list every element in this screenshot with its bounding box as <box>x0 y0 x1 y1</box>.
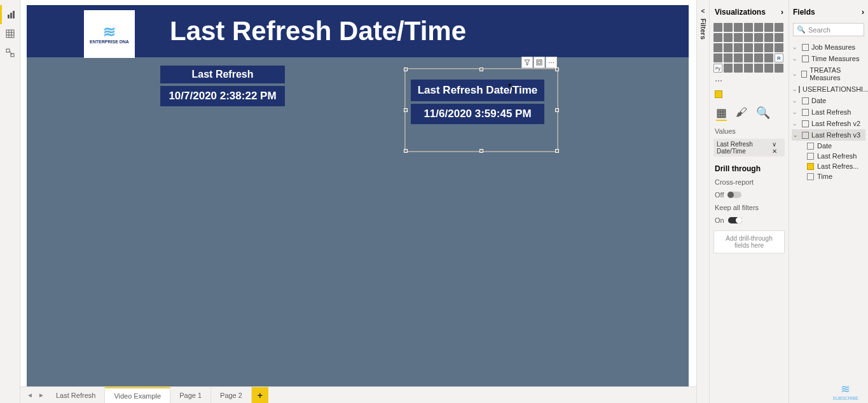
viz-type-icon[interactable] <box>754 33 763 42</box>
dna-icon: ≋ <box>841 382 850 396</box>
viz-type-icon[interactable] <box>724 33 733 42</box>
page-tab[interactable]: Page 2 <box>211 387 252 403</box>
resize-handle[interactable] <box>404 67 408 71</box>
logo-text: ENTERPRISE DNA <box>90 39 129 44</box>
resize-handle[interactable] <box>555 67 559 71</box>
checkbox[interactable] <box>807 143 814 150</box>
viz-type-icon[interactable] <box>754 23 763 32</box>
viz-type-icon[interactable] <box>734 64 743 73</box>
subscribe-badge[interactable]: ≋ SUBSCRIBE <box>833 382 858 400</box>
viz-type-icon[interactable] <box>724 43 733 52</box>
checkbox[interactable] <box>807 163 814 170</box>
format-tab-icon[interactable]: 🖌 <box>736 106 747 121</box>
drill-through-drop[interactable]: Add drill-through fields here <box>713 230 785 253</box>
resize-handle[interactable] <box>479 149 483 153</box>
filters-label: Filters <box>699 18 707 39</box>
card2-header: Last Refresh Date/Time <box>411 80 544 101</box>
viz-type-icon[interactable] <box>754 64 763 73</box>
keep-filters-toggle[interactable]: On <box>715 216 783 224</box>
table-item[interactable]: ⌵Date <box>792 95 865 106</box>
table-item[interactable]: ⌵USERELATIONSHI... <box>792 83 865 95</box>
filters-pane-collapsed[interactable]: < Filters <box>696 0 709 403</box>
viz-type-icon[interactable] <box>754 53 763 62</box>
data-view-icon[interactable] <box>0 24 20 43</box>
checkbox[interactable] <box>807 153 814 160</box>
field-item[interactable]: Date <box>792 141 865 151</box>
table-item[interactable]: ⌵Job Measures <box>792 41 865 53</box>
viz-type-icon[interactable] <box>744 64 753 73</box>
table-item[interactable]: ⌵Last Refresh <box>792 106 865 118</box>
add-page-button[interactable]: + <box>252 387 268 403</box>
viz-python-icon[interactable]: Py <box>713 64 722 73</box>
selected-visual[interactable]: ⋯ Last Refresh Date/Time 11/6/2020 3:59:… <box>405 69 558 152</box>
viz-type-icon[interactable] <box>744 33 753 42</box>
page-tab[interactable]: Video Example <box>105 387 170 403</box>
svg-rect-3 <box>6 30 14 38</box>
field-item[interactable]: Time <box>792 171 865 181</box>
report-canvas[interactable]: ≋ ENTERPRISE DNA Last Refresh Date/Time … <box>27 5 689 386</box>
visual-more-icon[interactable]: ⋯ <box>546 57 557 68</box>
table-item[interactable]: ⌵TREATAS Measures <box>792 64 865 83</box>
viz-type-icon[interactable] <box>764 33 773 42</box>
viz-type-icon[interactable] <box>764 53 773 62</box>
viz-r-icon[interactable]: R <box>775 53 783 62</box>
drill-through-title: Drill through <box>715 164 783 173</box>
resize-handle[interactable] <box>404 108 408 112</box>
resize-handle[interactable] <box>479 67 483 71</box>
page-tab[interactable]: Last Refresh <box>47 387 105 403</box>
viz-type-icon[interactable] <box>764 43 773 52</box>
viz-type-icon[interactable] <box>744 43 753 52</box>
viz-type-icon[interactable] <box>734 53 743 62</box>
fields-tab-icon[interactable]: ▦ <box>716 106 727 121</box>
viz-type-icon[interactable] <box>713 33 722 42</box>
tab-next-icon[interactable]: ► <box>36 387 47 403</box>
chevron-down-icon[interactable]: ∨ ✕ <box>772 141 782 155</box>
viz-type-icon[interactable] <box>744 53 753 62</box>
checkbox[interactable] <box>807 173 814 180</box>
values-field-well[interactable]: Last Refresh Date/Time ∨ ✕ <box>713 139 785 157</box>
page-tabs: ◄ ► Last Refresh Video Example Page 1 Pa… <box>20 386 696 403</box>
card-last-refresh[interactable]: Last Refresh 10/7/2020 2:38:22 PM <box>160 66 285 106</box>
viz-type-icon[interactable] <box>713 53 722 62</box>
viz-type-icon[interactable] <box>775 43 783 52</box>
viz-type-icon[interactable] <box>764 64 773 73</box>
chevron-right-icon[interactable]: › <box>862 8 864 17</box>
table-item[interactable]: ⌵Last Refresh v2 <box>792 118 865 129</box>
fields-title: Fields › <box>792 4 865 20</box>
cross-report-toggle[interactable]: Off <box>715 191 783 199</box>
viz-type-icon[interactable] <box>734 23 743 32</box>
model-view-icon[interactable] <box>0 43 20 62</box>
table-item[interactable]: ⌵Time Measures <box>792 53 865 64</box>
page-tab[interactable]: Page 1 <box>170 387 211 403</box>
resize-handle[interactable] <box>555 108 559 112</box>
viz-type-icon[interactable] <box>775 33 783 42</box>
viz-type-icon[interactable] <box>713 43 722 52</box>
viz-more-icon[interactable]: ⋯ <box>713 75 785 87</box>
field-item[interactable]: Last Refres... <box>792 161 865 171</box>
viz-type-icon[interactable] <box>724 53 733 62</box>
table-icon <box>802 120 809 127</box>
viz-type-icon[interactable] <box>764 23 773 32</box>
viz-type-icon[interactable] <box>744 23 753 32</box>
report-view-icon[interactable] <box>0 5 20 24</box>
fields-search[interactable]: 🔍 Search <box>793 23 864 36</box>
viz-type-icon[interactable] <box>754 43 763 52</box>
selected-viz-indicator <box>715 90 722 98</box>
viz-type-icon[interactable] <box>775 64 783 73</box>
visual-focus-icon[interactable] <box>534 57 545 68</box>
table-item[interactable]: ⌄Last Refresh v3 <box>792 129 865 141</box>
resize-handle[interactable] <box>555 149 559 153</box>
viz-type-icon[interactable] <box>734 33 743 42</box>
resize-handle[interactable] <box>404 149 408 153</box>
viz-type-icon[interactable] <box>713 23 722 32</box>
tab-prev-icon[interactable]: ◄ <box>24 387 36 403</box>
chevron-right-icon[interactable]: › <box>781 8 783 17</box>
field-item[interactable]: Last Refresh <box>792 151 865 161</box>
viz-type-icon[interactable] <box>734 43 743 52</box>
analytics-tab-icon[interactable]: 🔍 <box>756 106 770 121</box>
card2-value: 11/6/2020 3:59:45 PM <box>411 104 544 124</box>
viz-type-icon[interactable] <box>775 23 783 32</box>
viz-type-icon[interactable] <box>724 64 733 73</box>
visual-filter-icon[interactable] <box>521 57 533 68</box>
viz-type-icon[interactable] <box>724 23 733 32</box>
